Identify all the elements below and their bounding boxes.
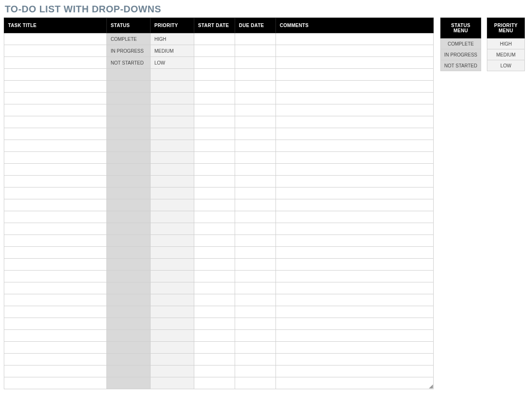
task-cell[interactable] [4, 354, 107, 366]
task-cell[interactable] [4, 318, 107, 330]
comments-cell[interactable] [276, 187, 434, 199]
start-cell[interactable] [194, 152, 235, 164]
priority-cell[interactable]: LOW [151, 57, 194, 69]
start-cell[interactable] [194, 164, 235, 176]
comments-cell[interactable] [276, 140, 434, 152]
start-cell[interactable] [194, 93, 235, 104]
due-cell[interactable] [235, 354, 276, 366]
status-cell[interactable] [107, 211, 151, 223]
status-cell[interactable] [107, 247, 151, 259]
status-cell[interactable]: NOT STARTED [107, 57, 151, 69]
start-cell[interactable] [194, 128, 235, 140]
comments-cell[interactable] [276, 366, 434, 377]
start-cell[interactable] [194, 140, 235, 152]
start-cell[interactable] [194, 235, 235, 247]
comments-cell[interactable] [276, 306, 434, 318]
comments-cell[interactable] [276, 81, 434, 93]
task-cell[interactable] [4, 176, 107, 187]
due-cell[interactable] [235, 223, 276, 235]
priority-cell[interactable] [151, 116, 194, 128]
priority-cell[interactable] [151, 104, 194, 116]
task-cell[interactable] [4, 33, 107, 45]
task-cell[interactable] [4, 116, 107, 128]
resize-handle-icon[interactable]: ◢ [428, 384, 433, 389]
start-cell[interactable] [194, 259, 235, 271]
priority-cell[interactable] [151, 247, 194, 259]
priority-menu-item[interactable]: HIGH [487, 38, 525, 49]
due-cell[interactable] [235, 116, 276, 128]
priority-cell[interactable]: HIGH [151, 33, 194, 45]
due-cell[interactable] [235, 164, 276, 176]
start-cell[interactable] [194, 366, 235, 377]
priority-cell[interactable] [151, 176, 194, 187]
status-cell[interactable] [107, 199, 151, 211]
status-menu-item[interactable]: COMPLETE [441, 38, 481, 49]
status-cell[interactable] [107, 330, 151, 342]
task-cell[interactable] [4, 152, 107, 164]
task-cell[interactable] [4, 247, 107, 259]
status-cell[interactable] [107, 128, 151, 140]
comments-cell[interactable] [276, 342, 434, 354]
start-cell[interactable] [194, 282, 235, 294]
start-cell[interactable] [194, 294, 235, 306]
task-cell[interactable] [4, 294, 107, 306]
priority-cell[interactable] [151, 93, 194, 104]
priority-cell[interactable] [151, 259, 194, 271]
priority-cell[interactable]: MEDIUM [151, 45, 194, 57]
due-cell[interactable] [235, 318, 276, 330]
task-cell[interactable] [4, 223, 107, 235]
start-cell[interactable] [194, 271, 235, 282]
due-cell[interactable] [235, 342, 276, 354]
status-cell[interactable] [107, 187, 151, 199]
due-cell[interactable] [235, 33, 276, 45]
start-cell[interactable] [194, 354, 235, 366]
status-cell[interactable] [107, 306, 151, 318]
comments-cell[interactable] [276, 247, 434, 259]
status-cell[interactable] [107, 223, 151, 235]
start-cell[interactable] [194, 116, 235, 128]
status-cell[interactable] [107, 69, 151, 81]
status-cell[interactable]: COMPLETE [107, 33, 151, 45]
status-cell[interactable] [107, 282, 151, 294]
task-cell[interactable] [4, 342, 107, 354]
priority-menu-item[interactable]: LOW [487, 60, 525, 71]
start-cell[interactable] [194, 199, 235, 211]
priority-cell[interactable] [151, 152, 194, 164]
due-cell[interactable] [235, 294, 276, 306]
start-cell[interactable] [194, 318, 235, 330]
comments-cell[interactable] [276, 164, 434, 176]
due-cell[interactable] [235, 104, 276, 116]
task-cell[interactable] [4, 140, 107, 152]
comments-cell[interactable] [276, 57, 434, 69]
start-cell[interactable] [194, 104, 235, 116]
priority-cell[interactable] [151, 377, 194, 389]
status-cell[interactable] [107, 318, 151, 330]
comments-cell[interactable] [276, 45, 434, 57]
comments-cell[interactable] [276, 330, 434, 342]
comments-cell[interactable] [276, 128, 434, 140]
task-cell[interactable] [4, 235, 107, 247]
priority-cell[interactable] [151, 282, 194, 294]
due-cell[interactable] [235, 366, 276, 377]
comments-cell[interactable] [276, 69, 434, 81]
priority-cell[interactable] [151, 128, 194, 140]
task-cell[interactable] [4, 128, 107, 140]
comments-cell[interactable] [276, 354, 434, 366]
start-cell[interactable] [194, 187, 235, 199]
task-cell[interactable] [4, 366, 107, 377]
task-cell[interactable] [4, 57, 107, 69]
priority-cell[interactable] [151, 187, 194, 199]
status-cell[interactable] [107, 259, 151, 271]
status-menu-item[interactable]: IN PROGRESS [441, 49, 481, 60]
status-cell[interactable] [107, 366, 151, 377]
comments-cell[interactable] [276, 211, 434, 223]
priority-cell[interactable] [151, 342, 194, 354]
start-cell[interactable] [194, 377, 235, 389]
priority-cell[interactable] [151, 306, 194, 318]
due-cell[interactable] [235, 69, 276, 81]
due-cell[interactable] [235, 211, 276, 223]
due-cell[interactable] [235, 176, 276, 187]
status-menu-item[interactable]: NOT STARTED [441, 60, 481, 71]
start-cell[interactable] [194, 211, 235, 223]
priority-cell[interactable] [151, 366, 194, 377]
